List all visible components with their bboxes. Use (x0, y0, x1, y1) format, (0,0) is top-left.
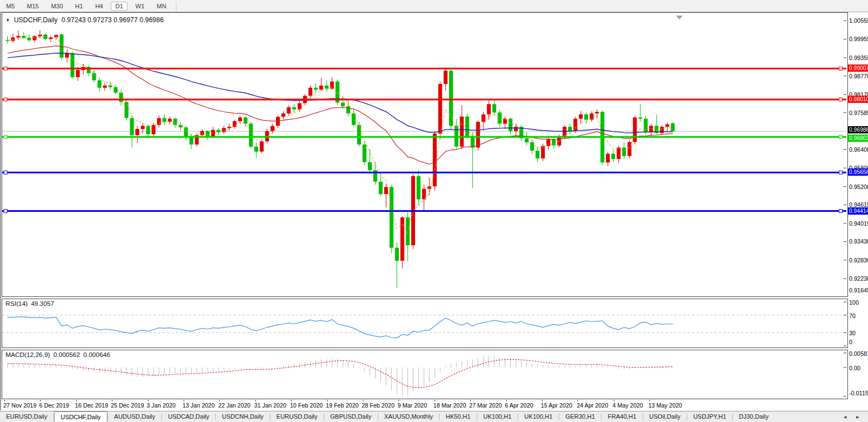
line-handle[interactable] (839, 171, 842, 174)
date-tick (184, 400, 184, 401)
date-label: 15 Apr 2020 (541, 402, 573, 409)
level-price-tag: 0.96803 (848, 135, 868, 142)
tab-ger30-h1[interactable]: GER30,H1 (559, 411, 601, 422)
date-label: 13 May 2020 (648, 402, 682, 409)
date-tick (398, 400, 399, 401)
price-chart-pane[interactable] (2, 12, 848, 297)
rsi-line (8, 317, 673, 338)
rsi-value: 49.3057 (31, 300, 55, 307)
date-tick (40, 400, 41, 401)
timeframe-button-h4[interactable]: H4 (91, 2, 107, 11)
tab-gbpusd-daily[interactable]: GBPUSD,Daily (324, 411, 378, 422)
tab-uk100-h1[interactable]: UK100,H1 (477, 411, 518, 422)
fast-ma-line (8, 37, 673, 233)
date-label: 22 Jan 2020 (218, 402, 250, 409)
price-tick-label: 0.91645 (849, 287, 868, 294)
date-tick (76, 400, 77, 401)
slow-ma-line (8, 53, 673, 133)
rsi-axis: 10070300 (848, 299, 868, 347)
date-tick (649, 400, 650, 401)
chart-dropdown-icon[interactable]: ▼ (6, 18, 10, 23)
tab-dj30-daily[interactable]: DJ30,Daily (733, 411, 775, 422)
date-tick (112, 400, 112, 401)
tab-fra40-h1[interactable]: FRA40,H1 (601, 411, 642, 422)
timeframe-button-mn[interactable]: MN (152, 2, 171, 11)
current-price-tag: 0.96986 (848, 126, 868, 133)
timeframe-button-m15[interactable]: M15 (22, 2, 43, 11)
line-handle[interactable] (839, 98, 842, 101)
date-tick (4, 400, 5, 401)
date-label: 24 Apr 2020 (576, 402, 608, 409)
timeframe-button-m5[interactable]: M5 (2, 2, 19, 11)
rsi-name: RSI(14) (6, 300, 28, 307)
tab-uk100-h1[interactable]: UK100,H1 (518, 411, 559, 422)
date-tick (506, 400, 507, 401)
tab-usoil-daily[interactable]: USOil,Daily (643, 411, 687, 422)
macd-pane[interactable] (2, 350, 848, 399)
date-label: 16 Dec 2019 (75, 402, 108, 409)
timeframe-button-w1[interactable]: W1 (131, 2, 149, 11)
date-tick (542, 400, 542, 401)
price-tick-label: 0.98770 (849, 73, 868, 80)
line-handle[interactable] (4, 135, 7, 138)
tab-eurusd-daily[interactable]: EURUSD,Daily (0, 411, 53, 422)
line-handle[interactable] (4, 67, 7, 70)
date-tick (614, 400, 614, 401)
tab-usdjpy-h1[interactable]: USDJPY,H1 (687, 411, 732, 422)
timeframe-toolbar: M5M15M30H1H4D1W1MN (0, 0, 868, 12)
tab-audusd-daily[interactable]: AUDUSD,Daily (108, 411, 161, 422)
rsi-plot (2, 299, 846, 346)
candlestick-chart[interactable] (2, 13, 846, 295)
level-price-tag: 0.95658 (848, 168, 868, 176)
price-tick-label: 0.93430 (849, 238, 868, 245)
rsi-tick-label: 100 (849, 299, 859, 306)
tab-usdcad-daily[interactable]: USDCAD,Daily (162, 411, 215, 422)
chart-shift-marker-icon[interactable] (676, 16, 683, 19)
tab-xauusd-monthly[interactable]: XAUUSD,Monthly (378, 411, 439, 422)
timeframe-button-d1[interactable]: D1 (111, 2, 127, 11)
rsi-tick-label: 70 (849, 312, 856, 319)
date-label: 13 Jan 2020 (183, 402, 215, 409)
line-handle[interactable] (839, 210, 842, 213)
timeframe-button-h1[interactable]: H1 (71, 2, 87, 11)
price-tick-label: 0.99955 (849, 36, 868, 42)
date-tick (435, 400, 435, 401)
tab-scroll-left-icon[interactable]: ◄ (842, 414, 847, 420)
tab-eurusd-daily[interactable]: EURUSD,Daily (270, 411, 324, 422)
toolbar-separator (176, 2, 176, 11)
tab-usdchf-daily[interactable]: USDCHF,Daily (54, 411, 107, 422)
tab-hk50-h1[interactable]: HK50,H1 (440, 411, 477, 422)
price-tick-label: 0.96400 (849, 146, 868, 153)
line-handle[interactable] (4, 171, 7, 174)
date-label: 6 Dec 2019 (39, 402, 69, 409)
line-handle[interactable] (4, 98, 7, 101)
macd-plot (2, 350, 846, 398)
rsi-tick-label: 30 (849, 330, 856, 336)
date-label: 25 Dec 2019 (111, 402, 144, 409)
date-label: 3 Jan 2020 (147, 402, 176, 409)
tab-usdcnh-daily[interactable]: USDCNH,Daily (216, 411, 270, 422)
timeframe-button-m30[interactable]: M30 (47, 2, 67, 11)
macd-label: MACD(12,26,9) 0.000562 0.000646 (6, 351, 110, 358)
line-handle[interactable] (4, 210, 7, 213)
date-label: 4 May 2020 (613, 402, 643, 409)
date-label: 9 Mar 2020 (397, 402, 427, 409)
line-handle[interactable] (839, 67, 842, 70)
price-tick-label: 0.92830 (849, 257, 868, 264)
macd-main-value: 0.000562 (53, 351, 80, 358)
macd-signal-value: 0.000646 (83, 351, 110, 358)
price-axis[interactable]: 1.005550.999550.993550.987700.981700.975… (848, 12, 868, 297)
tab-scroll-arrows: ◄► (842, 411, 868, 422)
date-tick (148, 400, 149, 401)
macd-signal-line (8, 360, 673, 388)
line-handle[interactable] (839, 135, 842, 138)
rsi-pane[interactable] (2, 299, 848, 348)
price-tick-label: 0.95200 (849, 183, 868, 190)
tab-scroll-right-icon[interactable]: ► (855, 414, 860, 420)
chart-ohlc-values: 0.97243 0.97273 0.96977 0.96986 (62, 16, 164, 24)
date-tick (363, 400, 363, 401)
date-axis[interactable]: 27 Nov 20196 Dec 201916 Dec 201925 Dec 2… (2, 400, 847, 410)
price-tick-label: 0.97585 (849, 110, 868, 116)
date-label: 27 Mar 2020 (469, 402, 502, 409)
date-label: 19 Feb 2020 (326, 402, 359, 409)
